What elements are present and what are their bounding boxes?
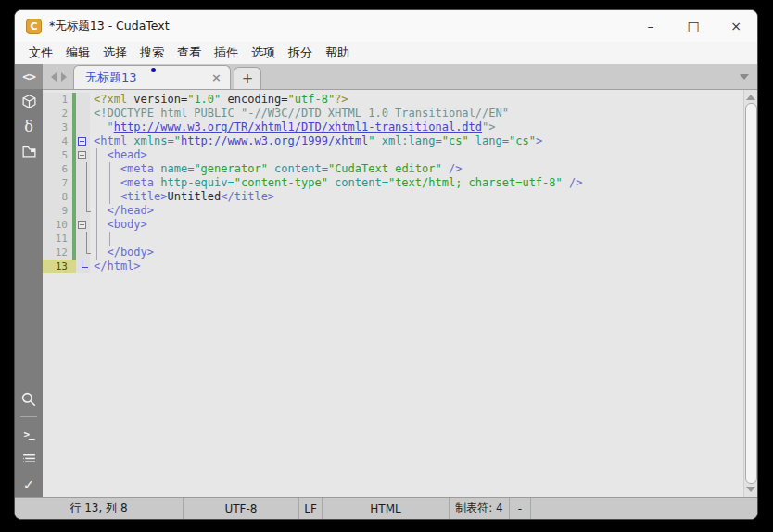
sidebar-item-project[interactable] xyxy=(15,139,43,164)
line-number[interactable]: 7 xyxy=(43,176,72,190)
status-encoding[interactable]: UTF-8 xyxy=(184,498,299,519)
code-line[interactable]: 8 <title>Untitled</title> xyxy=(43,190,743,204)
sidebar-item-search[interactable] xyxy=(15,386,43,412)
menu-bar: 文件编辑选择搜索查看插件选项拆分帮助 xyxy=(15,42,757,64)
menu-item-3[interactable]: 搜索 xyxy=(133,43,171,63)
line-number[interactable]: 10 xyxy=(43,218,72,232)
menu-item-2[interactable]: 选择 xyxy=(96,43,133,63)
fold-glyph xyxy=(82,162,82,176)
editor-area: 1<?xml version="1.0" encoding="utf-8"?>2… xyxy=(43,90,757,497)
code-line[interactable]: 4<html xmlns="http://www.w3.org/1999/xht… xyxy=(43,134,743,148)
fold-glyph xyxy=(86,246,91,254)
menu-item-5[interactable]: 插件 xyxy=(208,43,245,63)
line-number[interactable]: 5 xyxy=(43,148,72,162)
code-text: </html> xyxy=(90,260,141,273)
fold-column[interactable] xyxy=(76,93,90,107)
status-lexer[interactable]: HTML xyxy=(323,498,450,519)
line-number[interactable]: 13 xyxy=(43,260,72,273)
code-line[interactable]: 11 xyxy=(43,232,743,246)
package-icon xyxy=(21,94,37,109)
fold-glyph xyxy=(86,190,87,204)
code-line[interactable]: 2<!DOCTYPE html PUBLIC "-//W3C//DTD XHTM… xyxy=(43,107,743,120)
status-line-endings[interactable]: LF xyxy=(299,498,323,519)
title-bar[interactable]: C *无标题13 - CudaText – □ × xyxy=(15,10,757,42)
fold-column[interactable] xyxy=(76,134,90,148)
sidebar-item-validate[interactable]: ✓ xyxy=(15,472,43,497)
status-tab-size[interactable]: 制表符: 4 xyxy=(450,498,510,519)
fold-column[interactable] xyxy=(76,148,90,162)
code-line[interactable]: 10 <body> xyxy=(43,218,743,232)
new-tab-button[interactable]: + xyxy=(234,67,261,89)
code-editor[interactable]: 1<?xml version="1.0" encoding="utf-8"?>2… xyxy=(43,90,743,497)
menu-item-4[interactable]: 查看 xyxy=(171,43,208,63)
menu-item-8[interactable]: 帮助 xyxy=(319,43,356,63)
sidebar-item-plugins[interactable] xyxy=(15,89,43,114)
status-cursor-position[interactable]: 行 13, 列 8 xyxy=(15,498,184,519)
line-number[interactable]: 9 xyxy=(43,204,72,218)
line-number[interactable]: 6 xyxy=(43,162,72,176)
fold-column[interactable] xyxy=(76,260,90,273)
maximize-button[interactable]: □ xyxy=(672,10,715,42)
line-number[interactable]: 12 xyxy=(43,246,72,260)
sidebar-item-output[interactable] xyxy=(15,447,43,472)
code-line[interactable]: 5 <head> xyxy=(43,148,743,162)
block-staple xyxy=(109,162,110,204)
fold-column[interactable] xyxy=(76,162,90,176)
tab-close-icon[interactable]: × xyxy=(211,70,222,84)
code-line[interactable]: 13</html> xyxy=(43,260,743,273)
fold-glyph xyxy=(82,232,82,246)
menu-item-7[interactable]: 拆分 xyxy=(282,43,319,63)
status-insert-mode[interactable]: - xyxy=(510,498,531,519)
tab-list-dropdown-icon[interactable] xyxy=(740,74,749,80)
code-line[interactable]: 1<?xml version="1.0" encoding="utf-8"?> xyxy=(43,93,743,107)
tab-scroll-right-icon[interactable] xyxy=(61,72,67,82)
fold-glyph xyxy=(86,162,87,176)
code-line[interactable]: 9 </head> xyxy=(43,204,743,218)
fold-column[interactable] xyxy=(76,190,90,204)
line-number[interactable]: 8 xyxy=(43,190,72,204)
terminal-icon: >_ xyxy=(23,428,33,440)
app-window: C *无标题13 - CudaText – □ × 文件编辑选择搜索查看插件选项… xyxy=(14,9,758,520)
fold-column[interactable] xyxy=(76,204,90,218)
fold-glyph[interactable] xyxy=(78,151,86,159)
fold-column[interactable] xyxy=(76,218,90,232)
fold-glyph xyxy=(82,260,88,268)
search-icon xyxy=(20,391,37,408)
status-message-area[interactable] xyxy=(531,498,757,519)
menu-item-1[interactable]: 编辑 xyxy=(59,43,96,63)
sidebar-divider xyxy=(20,416,37,417)
vertical-scrollbar[interactable] xyxy=(743,90,757,497)
line-number[interactable]: 4 xyxy=(43,134,72,148)
sidebar-item-snippets[interactable]: δ xyxy=(15,114,43,139)
code-line[interactable]: 7 <meta http-equiv="content-type" conten… xyxy=(43,176,743,190)
code-line[interactable]: 6 <meta name="generator" content="CudaTe… xyxy=(43,162,743,176)
tab-bar: 无标题13 × + xyxy=(43,64,757,90)
sidebar-item-console[interactable]: >_ xyxy=(15,422,43,447)
scroll-down-icon[interactable] xyxy=(746,487,755,492)
code-line[interactable]: 3 "http://www.w3.org/TR/xhtml1/DTD/xhtml… xyxy=(43,120,743,134)
menu-item-0[interactable]: 文件 xyxy=(22,43,59,63)
line-number[interactable]: 3 xyxy=(43,120,72,134)
code-text: <html xmlns="http://www.w3.org/1999/xhtm… xyxy=(90,134,542,148)
code-line[interactable]: 12 </body> xyxy=(43,246,743,260)
line-number[interactable]: 1 xyxy=(43,93,72,107)
fold-column[interactable] xyxy=(76,246,90,260)
close-button[interactable]: × xyxy=(715,10,757,42)
sidebar-item-code[interactable]: <> xyxy=(15,64,43,89)
code-text: "http://www.w3.org/TR/xhtml1/DTD/xhtml1-… xyxy=(90,120,496,134)
scrollbar-thumb[interactable] xyxy=(745,103,757,484)
fold-glyph xyxy=(82,176,82,190)
tab-untitled13[interactable]: 无标题13 × xyxy=(73,65,231,89)
menu-item-6[interactable]: 选项 xyxy=(245,43,282,63)
line-number[interactable]: 11 xyxy=(43,232,72,246)
scroll-up-icon[interactable] xyxy=(746,95,755,100)
fold-column[interactable] xyxy=(76,232,90,246)
fold-glyph[interactable] xyxy=(78,221,86,229)
line-number[interactable]: 2 xyxy=(43,107,72,120)
fold-column[interactable] xyxy=(76,107,90,120)
fold-column[interactable] xyxy=(76,120,90,134)
tab-scroll-left-icon[interactable] xyxy=(51,72,57,82)
minimize-button[interactable]: – xyxy=(629,10,672,42)
fold-column[interactable] xyxy=(76,176,90,190)
fold-glyph[interactable] xyxy=(78,137,86,146)
